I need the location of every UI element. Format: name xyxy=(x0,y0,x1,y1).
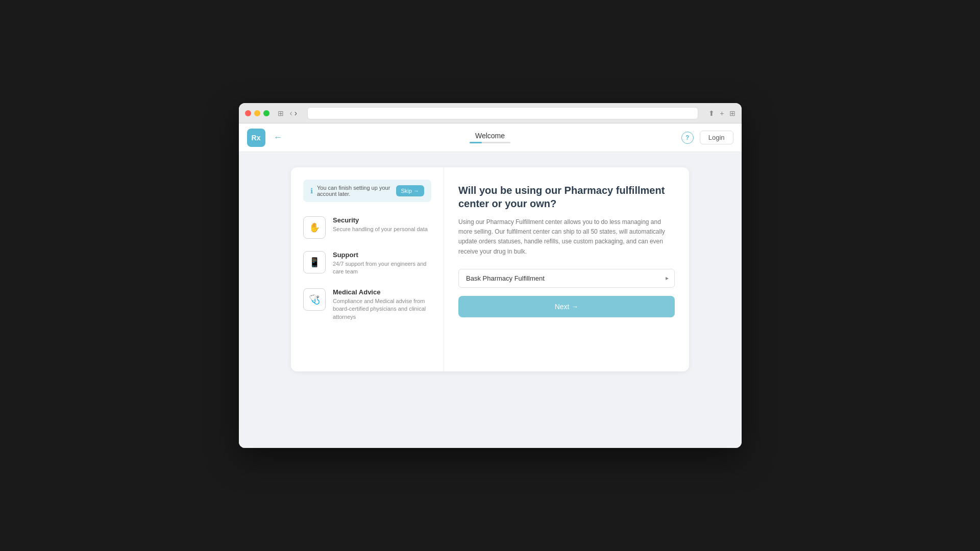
fulfillment-select[interactable]: Bask Pharmacy Fulfillment My Own Fulfill… xyxy=(458,269,675,288)
app-logo: Rx xyxy=(247,129,265,147)
info-banner-text: You can finish setting up your account l… xyxy=(317,185,392,197)
grid-icon[interactable]: ⊞ xyxy=(729,109,736,117)
address-bar[interactable] xyxy=(307,107,698,119)
feature-text-medical: Medical Advice Compliance and Medical ad… xyxy=(333,288,431,321)
forward-nav-icon[interactable]: › xyxy=(295,109,297,118)
security-icon: ✋ xyxy=(303,216,326,239)
title-bar: ⊞ ‹ › ⬆ + ⊞ xyxy=(239,103,742,123)
feature-item-security: ✋ Security Secure handling of your perso… xyxy=(303,216,431,239)
title-bar-right: ⬆ + ⊞ xyxy=(708,109,735,117)
nav-arrows: ‹ › xyxy=(290,109,298,118)
minimize-button[interactable] xyxy=(254,110,260,116)
window-icons: ⊞ xyxy=(278,109,284,117)
traffic-lights xyxy=(245,110,270,116)
help-button[interactable]: ? xyxy=(681,132,694,144)
share-icon[interactable]: ⬆ xyxy=(708,109,715,117)
new-tab-icon[interactable]: + xyxy=(720,109,724,117)
main-content: ℹ You can finish setting up your account… xyxy=(239,152,742,448)
feature-desc-medical: Compliance and Medical advise from board… xyxy=(333,297,431,321)
left-panel: ℹ You can finish setting up your account… xyxy=(291,167,444,371)
info-icon: ℹ xyxy=(310,187,313,195)
page-title: Welcome xyxy=(475,132,505,140)
back-button[interactable]: ← xyxy=(274,132,283,143)
progress-bar-fill xyxy=(470,142,482,143)
login-button[interactable]: Login xyxy=(700,131,733,144)
mac-window: ⊞ ‹ › ⬆ + ⊞ Rx ← Welcome ? Login xyxy=(239,103,742,448)
skip-button[interactable]: Skip → xyxy=(396,185,424,196)
feature-title-security: Security xyxy=(333,216,428,224)
progress-bar-container xyxy=(470,142,510,143)
feature-desc-support: 24/7 support from your engineers and car… xyxy=(333,260,431,276)
right-panel-description: Using our Pharmacy Fulfillment center al… xyxy=(458,217,675,257)
right-panel-title: Will you be using our Pharmacy fulfillme… xyxy=(458,184,675,210)
content-card: ℹ You can finish setting up your account… xyxy=(291,167,689,371)
sidebar-toggle-icon[interactable]: ⊞ xyxy=(278,109,284,117)
feature-text-support: Support 24/7 support from your engineers… xyxy=(333,251,431,276)
close-button[interactable] xyxy=(245,110,251,116)
fulfillment-select-wrapper: Bask Pharmacy Fulfillment My Own Fulfill… xyxy=(458,269,675,288)
app-bar-right: ? Login xyxy=(681,131,733,144)
feature-item-support: 📱 Support 24/7 support from your enginee… xyxy=(303,251,431,276)
feature-title-medical: Medical Advice xyxy=(333,288,431,296)
medical-icon: 🩺 xyxy=(303,288,326,311)
support-icon: 📱 xyxy=(303,251,326,273)
feature-text-security: Security Secure handling of your persona… xyxy=(333,216,428,233)
app-bar-center: Welcome xyxy=(470,132,510,143)
maximize-button[interactable] xyxy=(263,110,270,116)
back-nav-icon[interactable]: ‹ xyxy=(290,109,292,118)
feature-list: ✋ Security Secure handling of your perso… xyxy=(303,216,431,321)
feature-item-medical: 🩺 Medical Advice Compliance and Medical … xyxy=(303,288,431,321)
app-bar: Rx ← Welcome ? Login xyxy=(239,123,742,152)
feature-desc-security: Secure handling of your personal data xyxy=(333,226,428,233)
right-panel: Will you be using our Pharmacy fulfillme… xyxy=(444,167,689,371)
next-button[interactable]: Next → xyxy=(458,296,675,317)
feature-title-support: Support xyxy=(333,251,431,259)
info-banner: ℹ You can finish setting up your account… xyxy=(303,180,431,202)
